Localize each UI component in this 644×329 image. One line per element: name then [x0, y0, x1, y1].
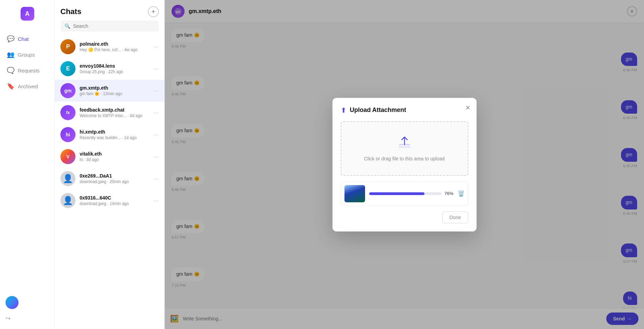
- chat-list-title: Chats: [60, 7, 81, 16]
- more-options-button[interactable]: ⋯: [153, 110, 159, 116]
- svg-rect-3: [398, 146, 411, 148]
- upload-drop-area[interactable]: Click or drag file to this area to uploa…: [341, 121, 468, 176]
- chat-item-vitalik[interactable]: V vitalik.eth hi · 3d ago ⋯: [55, 146, 164, 168]
- sidebar-item-label: Groups: [18, 52, 35, 58]
- file-thumbnail: [344, 185, 365, 202]
- more-options-button[interactable]: ⋯: [153, 44, 159, 50]
- chat-info: 0xe269...DaA1 download.jpeg · 20min ago: [80, 173, 149, 184]
- upload-modal-icon: ⬆: [341, 106, 347, 114]
- chat-info: polmaire.eth Hey 🟡 Pol here, cof... · 4w…: [80, 41, 149, 52]
- chat-item-0x9316[interactable]: 👤 0x9316...640C download.jpeg · 14min ag…: [55, 190, 164, 212]
- chat-preview: Welcome to XMTP Inbo... · 4d ago: [80, 113, 149, 118]
- chat-preview: download.jpeg · 20min ago: [80, 179, 149, 184]
- chat-preview: gm fam 🌞 · 13min ago: [80, 91, 149, 96]
- done-button[interactable]: Done: [442, 212, 468, 223]
- requests-icon: 🗨️: [7, 67, 14, 74]
- app-logo[interactable]: A: [21, 7, 34, 21]
- chat-name: polmaire.eth: [80, 41, 149, 47]
- file-upload-item: 76% 🗑️: [341, 181, 468, 206]
- modal-title: Upload Attachment: [350, 106, 406, 114]
- person-icon: 👤: [60, 193, 75, 208]
- chat-name: envoy1084.lens: [80, 63, 149, 69]
- chat-item-hi-xmtp[interactable]: hi hi.xmtp.eth Recently was buildin... ·…: [55, 124, 164, 146]
- main-chat-area: gm gm.xmtp.eth ✕ gm fam 🌞 6:46 PM gm 6:4…: [165, 0, 644, 329]
- chat-item-polmaire[interactable]: P polmaire.eth Hey 🟡 Pol here, cof... · …: [55, 36, 164, 58]
- chat-avatar-gm: gm: [60, 83, 75, 98]
- chat-avatar-0xe269: 👤: [60, 171, 75, 186]
- chat-avatar-hi: hi: [60, 127, 75, 142]
- more-options-button[interactable]: ⋯: [153, 66, 159, 72]
- chat-name: feedback.xmtp.chat: [80, 107, 149, 113]
- delete-file-button[interactable]: 🗑️: [458, 190, 465, 197]
- sidebar-item-archived[interactable]: 🔖 Archived: [0, 78, 55, 94]
- chat-icon: 💬: [7, 35, 14, 43]
- chat-item-envoy[interactable]: E envoy1084.lens Group 25.png · 22h ago …: [55, 58, 164, 80]
- chat-preview: Group 25.png · 22h ago: [80, 69, 149, 74]
- more-options-button[interactable]: ⋯: [153, 175, 159, 182]
- chat-item-0xe269[interactable]: 👤 0xe269...DaA1 download.jpeg · 20min ag…: [55, 168, 164, 190]
- search-bar: 🔍: [60, 21, 159, 32]
- chat-info: feedback.xmtp.chat Welcome to XMTP Inbo.…: [80, 107, 149, 118]
- sidebar-item-label: Chat: [18, 36, 29, 42]
- chat-preview: hi · 3d ago: [80, 157, 149, 162]
- chat-info: 0x9316...640C download.jpeg · 14min ago: [80, 195, 149, 206]
- person-icon: 👤: [60, 171, 75, 186]
- chat-info: vitalik.eth hi · 3d ago: [80, 151, 149, 162]
- chat-info: envoy1084.lens Group 25.png · 22h ago: [80, 63, 149, 74]
- upload-attachment-modal: ⬆ Upload Attachment ✕ Click or drag file…: [332, 98, 477, 231]
- more-options-button[interactable]: ⋯: [153, 154, 159, 160]
- progress-percentage: 76%: [444, 191, 453, 196]
- chat-name: 0xe269...DaA1: [80, 173, 149, 179]
- groups-icon: 👥: [7, 51, 14, 58]
- sidebar-item-requests[interactable]: 🗨️ Requests: [0, 63, 55, 78]
- chat-name: 0x9316...640C: [80, 195, 149, 201]
- archived-icon: 🔖: [7, 82, 14, 90]
- chat-avatar-feedback: fx: [60, 105, 75, 120]
- chat-name: hi.xmtp.eth: [80, 129, 149, 135]
- search-input[interactable]: [73, 23, 155, 29]
- progress-bar-fill: [369, 192, 424, 195]
- nav-bottom: ↪: [0, 296, 55, 322]
- add-chat-button[interactable]: +: [148, 6, 159, 17]
- sidebar-item-label: Requests: [18, 68, 39, 73]
- logout-icon[interactable]: ↪: [5, 315, 11, 322]
- chat-preview: Hey 🟡 Pol here, cof... · 4w ago: [80, 47, 149, 52]
- user-avatar[interactable]: [5, 296, 19, 309]
- modal-overlay[interactable]: ⬆ Upload Attachment ✕ Click or drag file…: [165, 0, 644, 329]
- chat-name: vitalik.eth: [80, 151, 149, 157]
- chat-list-panel: Chats + 🔍 P polmaire.eth Hey 🟡 Pol here,…: [55, 0, 165, 329]
- upload-area-text: Click or drag file to this area to uploa…: [348, 156, 461, 161]
- chat-item-feedback[interactable]: fx feedback.xmtp.chat Welcome to XMTP In…: [55, 102, 164, 124]
- chat-preview: Recently was buildin... · 1d ago: [80, 135, 149, 140]
- sidebar-item-label: Archived: [18, 83, 38, 89]
- modal-header: ⬆ Upload Attachment: [341, 106, 468, 114]
- chat-avatar-polmaire: P: [60, 39, 75, 54]
- progress-section: 76%: [369, 191, 454, 196]
- more-options-button[interactable]: ⋯: [153, 132, 159, 138]
- chat-name: gm.xmtp.eth: [80, 85, 149, 91]
- chat-avatar-vitalik: V: [60, 149, 75, 164]
- chat-avatar-envoy: E: [60, 61, 75, 76]
- progress-bar-background: [369, 192, 442, 195]
- search-icon: 🔍: [65, 23, 70, 29]
- chat-preview: download.jpeg · 14min ago: [80, 201, 149, 206]
- chat-info: gm.xmtp.eth gm fam 🌞 · 13min ago: [80, 85, 149, 96]
- chat-item-gm-xmtp[interactable]: gm gm.xmtp.eth gm fam 🌞 · 13min ago ⋯: [55, 80, 164, 102]
- modal-close-button[interactable]: ✕: [465, 104, 470, 112]
- left-navigation: A 💬 Chat 👥 Groups 🗨️ Requests 🔖 Archived…: [0, 0, 55, 329]
- sidebar-item-chat[interactable]: 💬 Chat: [0, 31, 55, 47]
- more-options-button[interactable]: ⋯: [153, 88, 159, 94]
- chat-list-header: Chats +: [55, 0, 164, 21]
- chat-avatar-0x9316: 👤: [60, 193, 75, 208]
- modal-footer: Done: [341, 212, 468, 223]
- progress-bar-wrap: 76%: [369, 191, 454, 196]
- upload-area-icon: [348, 136, 461, 152]
- more-options-button[interactable]: ⋯: [153, 197, 159, 204]
- sidebar-item-groups[interactable]: 👥 Groups: [0, 47, 55, 63]
- chat-info: hi.xmtp.eth Recently was buildin... · 1d…: [80, 129, 149, 140]
